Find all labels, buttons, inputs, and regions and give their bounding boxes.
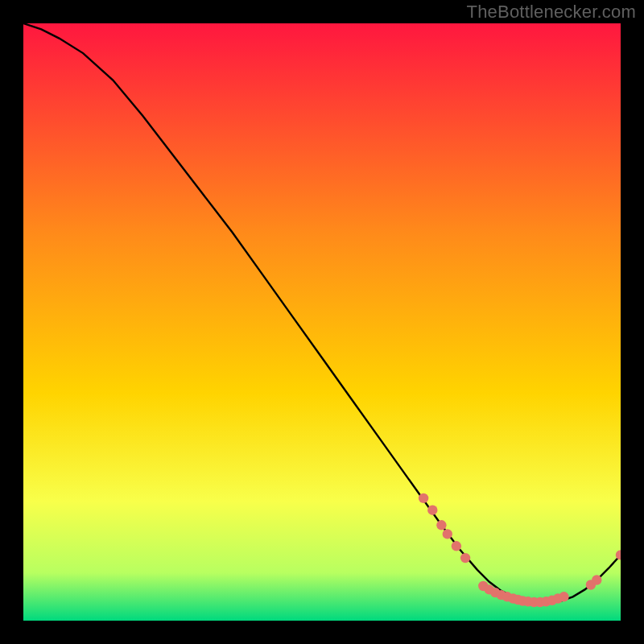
marker-point (427, 506, 437, 515)
watermark-text: TheBottlenecker.com (467, 2, 636, 23)
chart-svg (23, 23, 621, 621)
gradient-background (23, 23, 621, 621)
marker-point (419, 493, 428, 503)
marker-point (443, 529, 452, 539)
marker-point (460, 553, 470, 563)
chart-frame: TheBottlenecker.com (0, 0, 644, 644)
marker-point (452, 541, 461, 551)
marker-point (592, 575, 601, 584)
marker-point (436, 520, 446, 530)
marker-point (559, 592, 568, 601)
plot-area (23, 23, 621, 621)
